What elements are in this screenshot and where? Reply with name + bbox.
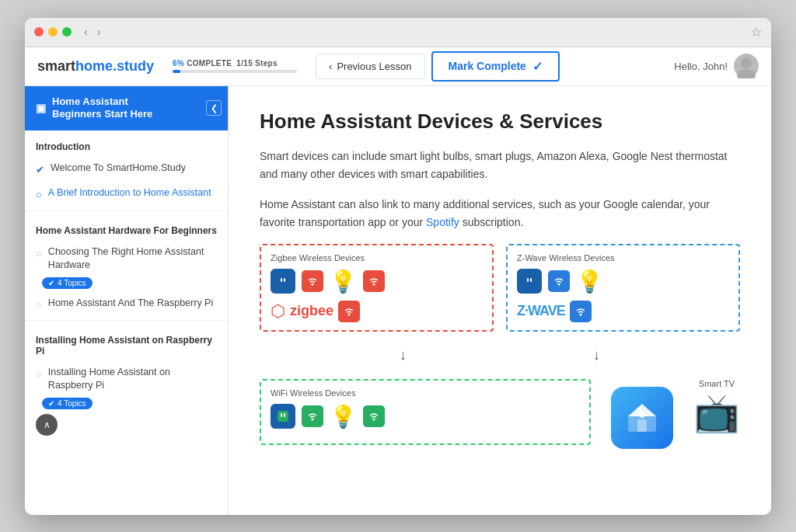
course-icon: ▣ (36, 102, 46, 114)
svg-rect-9 (527, 278, 529, 282)
logo-smart: smart (37, 58, 75, 74)
zigbee-brand-label: zigbee (290, 303, 333, 319)
zwave-device-icons: 💡 (517, 269, 729, 294)
svg-point-17 (373, 419, 375, 421)
scroll-up-button[interactable]: ∧ (36, 414, 58, 436)
sidebar-header[interactable]: ▣ Home AssistantBeginners Start Here ❮ (25, 86, 228, 131)
sidebar-badge-topics-2: ✔ 4 Topics (42, 398, 93, 409)
circle-icon: ○ (36, 298, 42, 312)
svg-rect-13 (278, 411, 288, 422)
sidebar-section-hardware: Home Assistant Hardware For Beginners (25, 214, 228, 241)
smart-tv-label: Smart TV (699, 379, 735, 388)
user-section: Hello, John! (674, 54, 759, 78)
zigbee-brand: ⬡ zigbee (271, 301, 483, 322)
sidebar-item-choosing-hardware[interactable]: ○ Choosing The Right Home Assistant Hard… (25, 241, 228, 277)
traffic-lights (34, 27, 72, 37)
wifi-badge-red2 (363, 270, 385, 292)
sidebar-item-label: A Brief Introduction to Home Assistant (48, 186, 211, 200)
svg-point-21 (639, 412, 645, 418)
content-area: Home Assistant Devices & Services Smart … (229, 86, 771, 515)
svg-rect-14 (281, 413, 282, 417)
zwave-brand-label: Z·WAVE (517, 303, 565, 319)
diagram-bottom-row: WiFi Wireless Devices (260, 379, 740, 457)
wifi-badge-zwave-brand (570, 301, 592, 322)
svg-rect-8 (524, 276, 535, 287)
content-para2: Home Assistant can also link to many add… (260, 196, 740, 231)
progress-percent: 6% (173, 59, 184, 68)
badge-check-icon: ✔ (48, 399, 54, 408)
avatar[interactable] (734, 54, 759, 78)
svg-point-1 (737, 69, 756, 78)
smart-plug-zwave-icon (517, 269, 542, 294)
completed-icon: ✔ (36, 163, 44, 177)
ha-hub-section (603, 379, 681, 457)
zigbee-box-title: Zigbee Wireless Devices (271, 253, 483, 263)
arrow-down-right: ↓ (593, 347, 600, 363)
zigbee-logo-icon: ⬡ (271, 301, 285, 322)
svg-rect-10 (530, 278, 532, 282)
svg-rect-15 (284, 413, 285, 417)
zigbee-device-icons: 💡 (271, 269, 483, 294)
diagram-arrows: ↓ ↓ (260, 347, 740, 363)
wifi-badge-brand (338, 301, 360, 322)
prev-lesson-button[interactable]: ‹ Previous Lesson (316, 54, 424, 79)
spotify-link[interactable]: Spotify (426, 216, 459, 228)
sidebar-item-installing-ha[interactable]: ○ Installing Home Assistant on Raspberry… (25, 361, 228, 398)
zwave-box: Z-Wave Wireless Devices (506, 244, 740, 332)
svg-point-12 (579, 313, 581, 315)
bulb-wifi-icon: 💡 (330, 404, 357, 429)
sidebar-item-label: Choosing The Right Home Assistant Hardwa… (48, 245, 217, 273)
svg-point-0 (741, 57, 752, 68)
back-arrow-icon[interactable]: ‹ (81, 24, 91, 40)
check-icon: ✓ (532, 59, 543, 74)
bulb-icon: 💡 (330, 269, 357, 294)
sidebar-item-brief-intro[interactable]: ○ A Brief Introduction to Home Assistant (25, 182, 228, 207)
zigbee-box: Zigbee Wireless Devices (260, 244, 494, 332)
prev-lesson-label: Previous Lesson (337, 61, 411, 72)
progress-section: 6% COMPLETE 1/15 Steps (173, 59, 297, 73)
svg-rect-20 (637, 419, 647, 432)
badge-check-icon: ✔ (48, 279, 54, 287)
ha-hub-icon (611, 387, 673, 449)
sidebar-collapse-button[interactable]: ❮ (206, 100, 222, 116)
close-button[interactable] (34, 27, 44, 37)
circle-icon: ○ (36, 188, 42, 202)
logo[interactable]: smarthome.study (37, 58, 154, 75)
progress-complete-label: COMPLETE (187, 59, 232, 68)
svg-point-6 (373, 283, 375, 286)
maximize-button[interactable] (62, 27, 72, 37)
progress-bar-fill (173, 70, 180, 73)
sidebar-item-raspberry[interactable]: ○ Home Assistant And The Raspberry Pi (25, 292, 228, 317)
svg-point-5 (312, 283, 314, 286)
circle-icon: ○ (36, 367, 42, 381)
badge-topics-label: 4 Topics (58, 399, 86, 408)
sidebar-badge-topics: ✔ 4 Topics (42, 277, 93, 289)
svg-rect-3 (281, 278, 282, 282)
mark-complete-button[interactable]: Mark Complete ✓ (431, 51, 560, 82)
logo-home: home.study (75, 58, 154, 74)
svg-rect-2 (278, 276, 288, 287)
content-para1: Smart devices can include smart light bu… (260, 148, 740, 183)
para2-text-after: subscription. (459, 216, 523, 228)
wifi-badge-red (302, 270, 323, 292)
divider (25, 320, 228, 321)
minimize-button[interactable] (48, 27, 58, 37)
diagram: Zigbee Wireless Devices (260, 244, 740, 457)
zwave-brand: Z·WAVE (517, 301, 729, 322)
main-area: ▣ Home AssistantBeginners Start Here ❮ I… (25, 86, 771, 515)
svg-point-11 (558, 283, 560, 286)
smart-tv-section: Smart TV 📺 (693, 379, 740, 435)
bookmark-icon[interactable]: ☆ (751, 25, 762, 40)
zwave-box-title: Z-Wave Wireless Devices (517, 253, 729, 263)
sidebar-item-label: Home Assistant And The Raspberry Pi (48, 297, 213, 311)
wifi-box: WiFi Wireless Devices (260, 379, 591, 445)
wifi-badge-green (302, 405, 323, 427)
wifi-badge-zwave (548, 270, 570, 292)
sidebar: ▣ Home AssistantBeginners Start Here ❮ I… (25, 86, 229, 515)
smart-plug-icon (271, 269, 295, 294)
progress-steps: 1/15 Steps (236, 59, 277, 68)
circle-icon: ○ (36, 247, 42, 261)
forward-arrow-icon[interactable]: › (94, 24, 104, 40)
svg-rect-4 (284, 278, 285, 282)
sidebar-item-welcome[interactable]: ✔ Welcome To SmartHome.Study (25, 157, 228, 182)
